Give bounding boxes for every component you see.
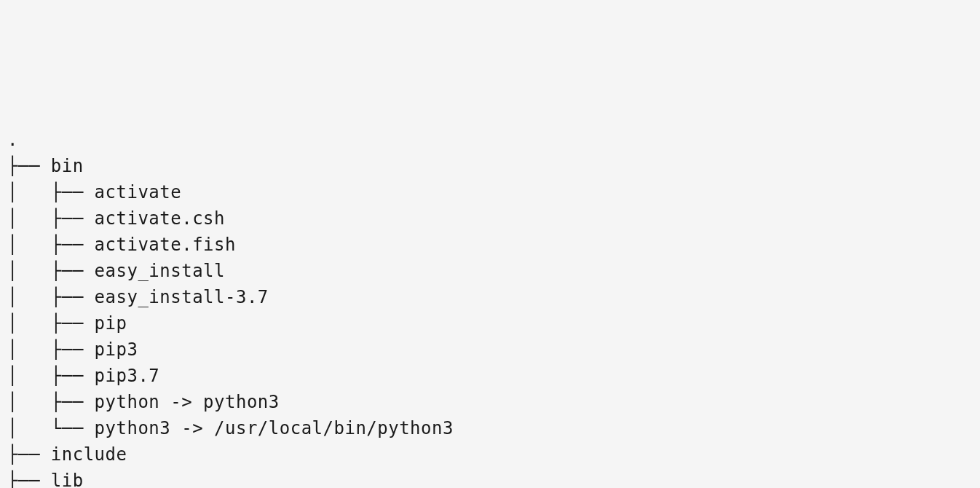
tree-file-activate: │ ├── activate bbox=[7, 179, 973, 205]
tree-file-pip3: │ ├── pip3 bbox=[7, 337, 973, 363]
tree-symlink-python3: │ └── python3 -> /usr/local/bin/python3 bbox=[7, 415, 973, 441]
tree-symlink-python: │ ├── python -> python3 bbox=[7, 389, 973, 415]
tree-dir-lib: ├── lib bbox=[7, 468, 973, 488]
tree-file-activate-fish: │ ├── activate.fish bbox=[7, 232, 973, 258]
tree-dir-bin: ├── bin bbox=[7, 153, 973, 179]
tree-output: .├── bin│ ├── activate│ ├── activate.csh… bbox=[7, 127, 973, 488]
tree-file-pip37: │ ├── pip3.7 bbox=[7, 363, 973, 389]
tree-file-easy-install-37: │ ├── easy_install-3.7 bbox=[7, 284, 973, 310]
tree-dir-include: ├── include bbox=[7, 441, 973, 468]
tree-file-easy-install: │ ├── easy_install bbox=[7, 258, 973, 284]
tree-root: . bbox=[7, 127, 973, 153]
tree-file-activate-csh: │ ├── activate.csh bbox=[7, 205, 973, 232]
tree-file-pip: │ ├── pip bbox=[7, 310, 973, 337]
